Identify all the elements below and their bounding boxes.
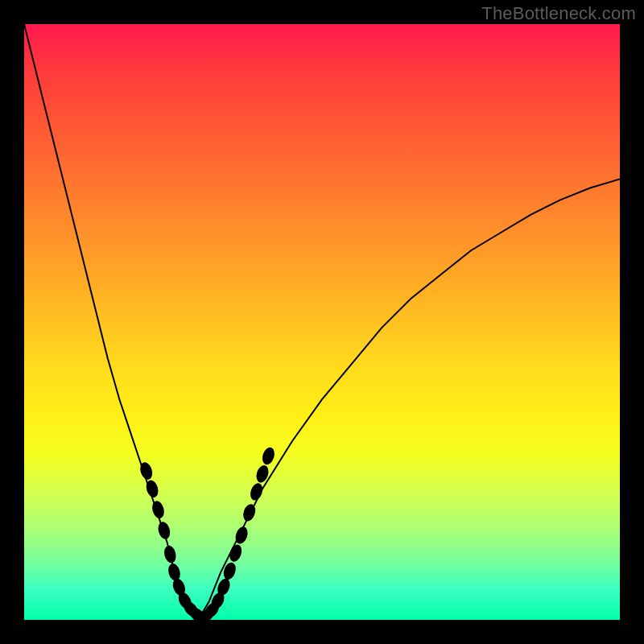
marker-point <box>151 500 166 520</box>
left-branch-line <box>24 24 200 617</box>
marker-point <box>167 562 182 582</box>
marker-point <box>248 481 264 502</box>
right-branch-line <box>200 179 620 617</box>
marker-point <box>163 544 178 564</box>
marker-point <box>242 502 258 522</box>
watermark-text: TheBottleneck.com <box>481 3 636 24</box>
marker-point <box>221 561 237 581</box>
chart-frame: TheBottleneck.com <box>0 0 644 644</box>
marker-point <box>156 521 171 541</box>
marker-group <box>138 446 277 620</box>
curve-svg <box>24 24 620 620</box>
marker-point <box>228 543 244 563</box>
curve-lines <box>24 24 620 617</box>
plot-area <box>24 24 620 620</box>
marker-point <box>260 446 276 466</box>
